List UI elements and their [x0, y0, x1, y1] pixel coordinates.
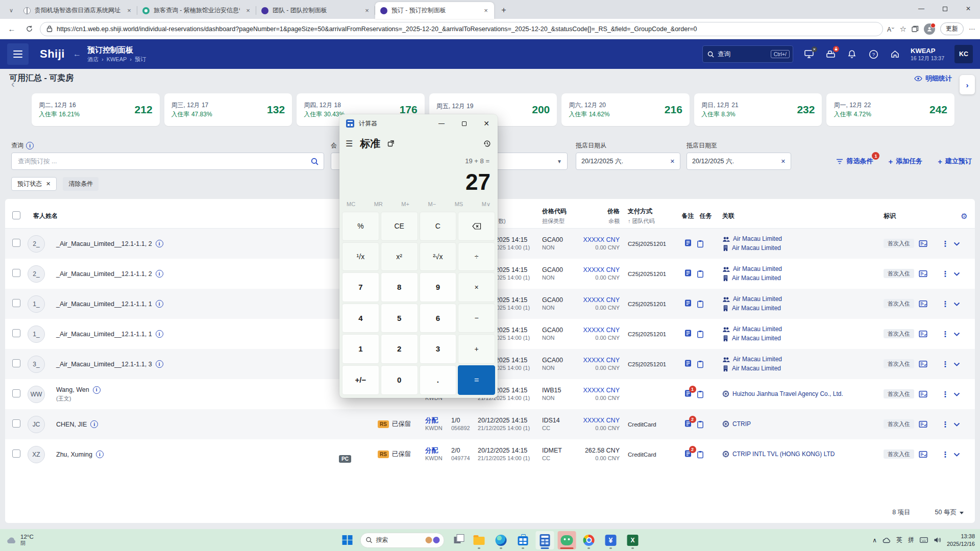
tray-keyboard-icon[interactable] — [920, 537, 928, 543]
read-aloud-icon[interactable]: A⌣ — [887, 24, 895, 33]
registration-card-icon[interactable] — [919, 330, 937, 338]
calc-memory-key[interactable]: M∨ — [482, 201, 491, 208]
create-reservation-button[interactable]: +建立预订 — [938, 157, 972, 166]
notes-icon[interactable]: 2 — [684, 449, 692, 458]
row-menu-icon[interactable]: ⋮ — [942, 390, 949, 398]
calc-key-CE[interactable]: CE — [381, 212, 418, 241]
row-expand-chevron-icon[interactable] — [953, 392, 975, 396]
registration-card-icon[interactable] — [919, 300, 937, 308]
notes-icon[interactable] — [684, 239, 692, 247]
calc-key-x²[interactable]: x² — [381, 242, 418, 271]
guest-name[interactable]: Wang, Wen — [56, 386, 89, 393]
price[interactable]: XXXXX CNY — [579, 356, 620, 364]
table-settings-gear-icon[interactable]: ⚙ — [953, 212, 975, 221]
browser-menu-icon[interactable]: ⋯ — [969, 26, 975, 33]
tray-clock[interactable]: 13:38 2025/12/16 — [947, 533, 975, 547]
edge-icon[interactable] — [492, 531, 510, 549]
calculator-title-bar[interactable]: 计算器 — ✕ — [339, 114, 498, 133]
guest-name[interactable]: _Air_Macau_Limited__12.1-1.1, 2 — [56, 240, 152, 247]
row-checkbox[interactable] — [12, 299, 20, 307]
calc-key-8[interactable]: 8 — [381, 272, 418, 302]
linked-profile[interactable]: Air Macau Limited — [722, 235, 875, 243]
price[interactable]: XXXXX CNY — [579, 326, 620, 334]
availability-card[interactable]: 周一, 12月 22 入住率 4.72% 242 — [826, 93, 954, 126]
calc-memory-key[interactable]: MR — [374, 201, 383, 208]
guest-name[interactable]: _Air_Macau_Limited__12.1-1.1, 3 — [56, 361, 152, 368]
row-checkbox[interactable] — [12, 359, 20, 367]
row-expand-chevron-icon[interactable] — [953, 422, 975, 427]
row-menu-icon[interactable]: ⋮ — [942, 420, 949, 429]
info-icon[interactable]: i — [156, 330, 163, 338]
calculator-window[interactable]: 计算器 — ✕ ☰ 标准 19 + 8 = 27 MCMRM+M−MSM∨ %C… — [339, 114, 498, 398]
tasks-icon[interactable] — [697, 390, 715, 398]
registration-card-icon[interactable] — [919, 390, 937, 398]
calc-key-6[interactable]: 6 — [420, 304, 457, 333]
tab-close-icon[interactable]: × — [125, 7, 133, 15]
window-minimize-button[interactable]: — — [910, 0, 933, 17]
row-menu-icon[interactable]: ⋮ — [942, 239, 949, 248]
linked-profile[interactable]: Air Macau Limited — [722, 274, 875, 283]
calc-key-+[interactable]: + — [458, 334, 495, 364]
price[interactable]: XXXXX CNY — [579, 416, 620, 424]
filter-chip[interactable]: 清除条件 — [63, 177, 99, 191]
tasks-icon[interactable] — [697, 300, 715, 308]
linked-profile[interactable]: CTRIP INTL TVL (HONG KONG) LTD — [722, 450, 875, 459]
taskbar-weather-widget[interactable]: 12°C 阴 — [6, 534, 34, 546]
filter-conditions-button[interactable]: 筛选条件 1 — [836, 157, 873, 166]
window-maximize-button[interactable] — [933, 0, 957, 17]
browser-tab[interactable]: 旅客查询 - 紫楠旅馆业治安信息管 × — [137, 2, 256, 19]
url-field[interactable]: https://cn1.web.ep.shiji.world/individua… — [40, 22, 883, 36]
new-tab-button[interactable]: + — [497, 4, 510, 17]
linked-profile[interactable]: Air Macau Limited — [722, 364, 875, 373]
col-payment[interactable]: 支付方式↑ 团队代码 — [622, 207, 679, 225]
user-avatar[interactable]: KC — [954, 45, 973, 63]
linked-profile[interactable]: Air Macau Limited — [722, 355, 875, 364]
calc-maximize-button[interactable] — [453, 114, 475, 133]
guest-name[interactable]: Zhu, Xuming — [56, 451, 92, 458]
date-from-input[interactable]: 20/12/2025 六.✕ — [576, 153, 680, 170]
tray-volume-icon[interactable] — [934, 537, 941, 543]
notes-icon[interactable] — [684, 269, 692, 277]
taskbar-search[interactable]: 搜索 — [360, 533, 445, 548]
tasks-icon[interactable] — [697, 330, 715, 338]
calc-key-×[interactable]: × — [458, 272, 495, 302]
group-code-sort[interactable]: ↑ 团队代码 — [628, 217, 679, 225]
availability-card[interactable]: 周二, 12月 16 入住率 16.21% 212 — [32, 93, 160, 126]
browser-profile-avatar[interactable] — [924, 23, 935, 35]
task-view-icon[interactable] — [448, 531, 467, 549]
guest-name[interactable]: _Air_Macau_Limited__12.1-1.1, 2 — [56, 270, 152, 278]
detail-stats-link[interactable]: 明细统计 — [914, 74, 952, 83]
calculator-taskbar-icon[interactable] — [536, 531, 554, 549]
linked-profile[interactable]: Air Macau Limited — [722, 265, 875, 273]
calc-key-equals[interactable]: = — [458, 365, 495, 395]
row-menu-icon[interactable]: ⋮ — [942, 269, 949, 278]
cashier-icon[interactable] — [825, 48, 836, 60]
cards-prev-icon[interactable]: ‹ — [11, 78, 15, 90]
tasks-icon[interactable] — [697, 360, 715, 368]
row-menu-icon[interactable]: ⋮ — [942, 360, 949, 368]
tasks-icon[interactable] — [697, 450, 715, 459]
calc-key-−[interactable]: − — [458, 304, 495, 333]
excel-icon[interactable]: X — [624, 531, 642, 549]
home-icon[interactable] — [889, 48, 900, 60]
tray-language-en[interactable]: 英 — [896, 536, 902, 544]
calc-memory-key[interactable]: MS — [455, 201, 463, 208]
calc-memory-key[interactable]: MC — [347, 201, 355, 208]
table-row[interactable]: JC CHEN, JIEi RS已保留 分配KWDN 1/0056892 20/… — [5, 409, 975, 439]
linked-profile[interactable]: Air Macau Limited — [722, 334, 875, 343]
table-row[interactable]: XZ Zhu, Xumingi PC RS已保留 分配KWDN 2/004977… — [5, 439, 975, 469]
row-checkbox[interactable] — [12, 269, 20, 277]
row-checkbox[interactable] — [12, 449, 20, 458]
notes-icon[interactable]: 2 — [684, 419, 692, 428]
tasks-icon[interactable] — [697, 270, 715, 278]
notes-icon[interactable] — [684, 299, 692, 307]
price[interactable]: 262.58 CNY — [579, 446, 620, 455]
date-to-input[interactable]: 20/12/2025 六.✕ — [687, 153, 791, 170]
start-button[interactable] — [338, 531, 357, 549]
clear-icon[interactable]: ✕ — [781, 158, 786, 165]
linked-profile[interactable]: CTRIP — [722, 420, 875, 429]
row-expand-chevron-icon[interactable] — [953, 362, 975, 366]
registration-card-icon[interactable] — [919, 450, 937, 458]
calc-key-%[interactable]: % — [342, 212, 379, 241]
row-menu-icon[interactable]: ⋮ — [942, 330, 949, 338]
